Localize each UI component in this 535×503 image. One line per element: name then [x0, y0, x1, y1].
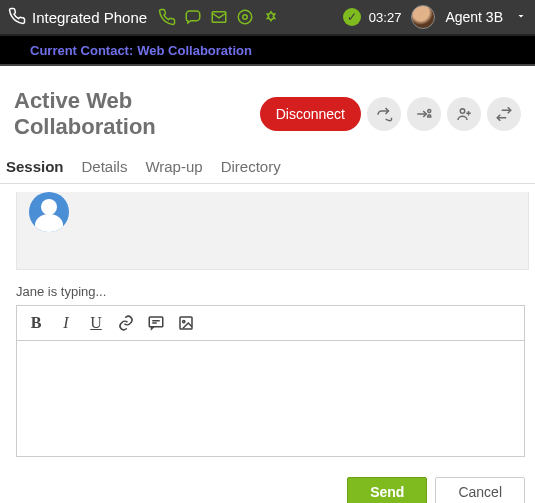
tab-details[interactable]: Details [82, 156, 128, 177]
cancel-button[interactable]: Cancel [435, 477, 525, 503]
swap-button[interactable] [487, 97, 521, 131]
app-title: Integrated Phone [32, 9, 147, 26]
image-button[interactable] [173, 310, 199, 336]
bold-button[interactable]: B [23, 310, 49, 336]
svg-rect-6 [180, 317, 192, 329]
chat-icon[interactable] [183, 7, 203, 27]
svg-point-7 [183, 320, 185, 322]
current-contact-value: Web Collaboration [137, 43, 252, 58]
tab-directory[interactable]: Directory [221, 156, 281, 177]
agent-menu-chevron-icon[interactable] [515, 9, 527, 25]
tabs: Session Details Wrap-up Directory [0, 150, 535, 184]
chat-transcript [16, 192, 529, 270]
italic-button[interactable]: I [53, 310, 79, 336]
svg-rect-5 [149, 317, 163, 327]
send-button[interactable]: Send [347, 477, 427, 503]
tab-wrapup[interactable]: Wrap-up [145, 156, 202, 177]
page-title: Active Web Collaboration [14, 88, 260, 140]
agent-avatar[interactable] [411, 5, 435, 29]
top-bar: Integrated Phone ✓ 03:27 Agent 3B [0, 0, 535, 36]
status-ok-icon: ✓ [343, 8, 361, 26]
agent-name: Agent 3B [445, 9, 503, 25]
message-editor: B I U [16, 305, 525, 457]
add-contact-button[interactable] [447, 97, 481, 131]
queue-icon[interactable] [261, 7, 281, 27]
heading-row: Active Web Collaboration Disconnect [0, 66, 535, 150]
svg-point-4 [460, 109, 465, 114]
headset-icon[interactable] [235, 7, 255, 27]
message-input[interactable] [17, 341, 524, 453]
email-icon[interactable] [209, 7, 229, 27]
session-time: 03:27 [369, 10, 402, 25]
phone-app-icon [8, 7, 26, 28]
underline-button[interactable]: U [83, 310, 109, 336]
contact-avatar [29, 192, 69, 232]
link-button[interactable] [113, 310, 139, 336]
editor-toolbar: B I U [17, 306, 524, 341]
transfer-button[interactable] [407, 97, 441, 131]
svg-point-1 [238, 10, 252, 24]
tab-session[interactable]: Session [6, 156, 64, 177]
svg-point-3 [428, 110, 431, 113]
redial-button[interactable] [367, 97, 401, 131]
quick-reply-button[interactable] [143, 310, 169, 336]
current-contact-label: Current Contact: [30, 43, 133, 58]
footer: Send Cancel [0, 457, 535, 503]
svg-point-2 [243, 15, 248, 20]
call-icon[interactable] [157, 7, 177, 27]
current-contact-banner: Current Contact: Web Collaboration [0, 36, 535, 66]
disconnect-button[interactable]: Disconnect [260, 97, 361, 131]
typing-indicator: Jane is typing... [0, 270, 535, 303]
